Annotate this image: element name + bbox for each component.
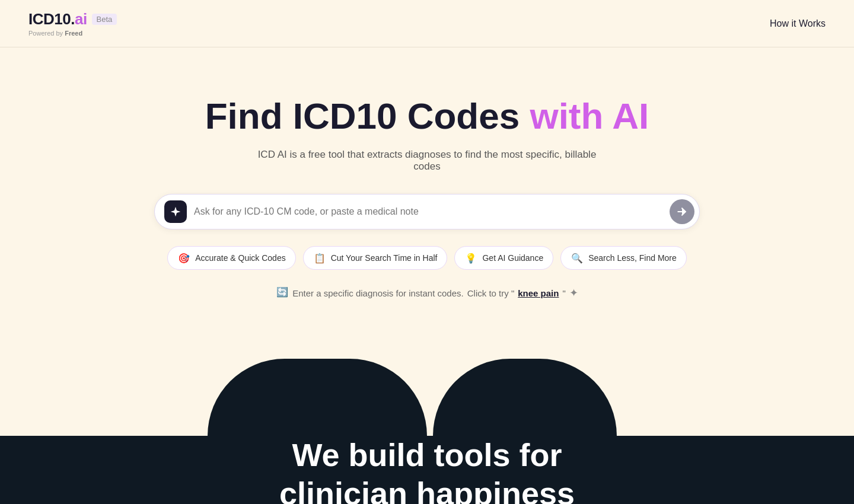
hero-title: Find ICD10 Codes with AI: [205, 95, 649, 137]
search-input[interactable]: [194, 206, 670, 217]
chip-search-time-icon: 📋: [313, 251, 326, 264]
header: ICD10.ai Beta Powered by Freed How it Wo…: [0, 0, 854, 47]
arch-right: [433, 359, 617, 436]
hero-section: Find ICD10 Codes with AI ICD AI is a fre…: [0, 47, 854, 359]
chip-search-time[interactable]: 📋 Cut Your Search Time in Half: [303, 246, 448, 270]
hero-title-part1: Find ICD10 Codes: [205, 95, 530, 136]
sparkle-icon: [170, 206, 181, 218]
chip-ai-guidance[interactable]: 💡 Get AI Guidance: [454, 246, 553, 270]
logo-area: ICD10.ai Beta Powered by Freed: [28, 10, 117, 37]
arches-container: [0, 359, 854, 436]
search-submit-button[interactable]: [670, 199, 694, 224]
ai-icon: [164, 200, 187, 223]
knee-pain-link[interactable]: knee pain: [518, 288, 559, 298]
hint-cta-suffix: ": [562, 288, 565, 298]
chip-search-less-label: Search Less, Find More: [588, 253, 677, 263]
chip-ai-guidance-icon: 💡: [464, 251, 477, 264]
beta-badge: Beta: [92, 14, 117, 25]
chip-accurate[interactable]: 🎯 Accurate & Quick Codes: [167, 246, 296, 270]
hero-subtitle: ICD AI is a free tool that extracts diag…: [249, 149, 605, 173]
chip-search-less[interactable]: 🔍 Search Less, Find More: [560, 246, 687, 270]
logo-top: ICD10.ai Beta: [28, 10, 117, 28]
chip-accurate-icon: 🎯: [177, 251, 190, 264]
logo-ai: ai: [75, 10, 87, 28]
bottom-title-line1: We build tools for: [292, 437, 562, 473]
hint-prefix: Enter a specific diagnosis for instant c…: [292, 288, 464, 298]
logo-text: ICD10.ai: [28, 10, 87, 28]
powered-by: Powered by Freed: [28, 30, 117, 37]
how-it-works-link[interactable]: How it Works: [770, 18, 826, 29]
chips-row: 🎯 Accurate & Quick Codes 📋 Cut Your Sear…: [167, 246, 687, 270]
sparkle-hint-icon: ✦: [569, 286, 578, 299]
chip-ai-guidance-label: Get AI Guidance: [482, 253, 543, 263]
chip-search-less-icon: 🔍: [571, 251, 584, 264]
dark-content: We build tools for clinician happiness: [0, 436, 854, 504]
chip-accurate-label: Accurate & Quick Codes: [195, 253, 286, 263]
hero-title-part2: with AI: [530, 95, 649, 136]
bottom-title: We build tools for clinician happiness: [28, 436, 826, 504]
hint-cta-prefix: Click to try ": [467, 288, 515, 298]
chip-search-time-label: Cut Your Search Time in Half: [331, 253, 438, 263]
logo-icd10: ICD10.: [28, 10, 75, 28]
hint-icon: 🔄: [276, 286, 289, 299]
search-bar: [154, 194, 700, 229]
arrow-right-icon: [676, 206, 688, 218]
bottom-title-line2: clinician happiness: [279, 476, 575, 504]
freed-label: Freed: [65, 30, 82, 37]
bottom-wrapper: We build tools for clinician happiness: [0, 359, 854, 504]
hint-row: 🔄 Enter a specific diagnosis for instant…: [276, 286, 578, 299]
arch-left: [208, 359, 427, 436]
